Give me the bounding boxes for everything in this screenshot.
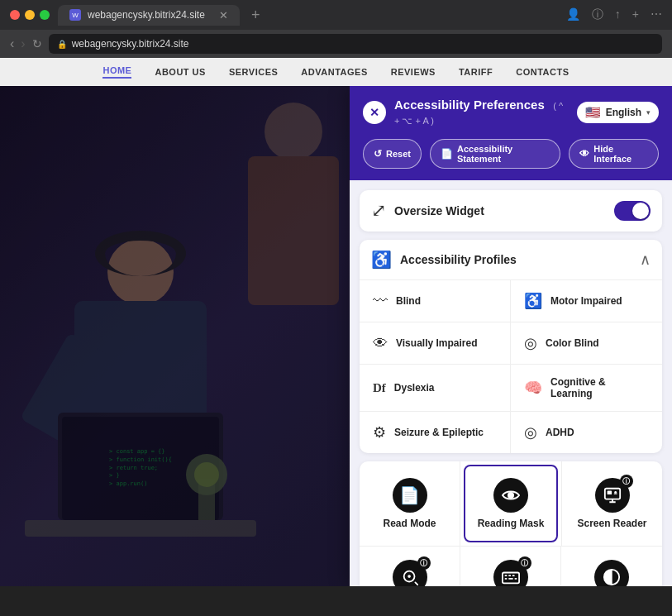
read-mode-icon-wrap: 📄 <box>393 478 427 513</box>
nav-advantages[interactable]: ADVANTAGES <box>301 67 367 77</box>
svg-rect-11 <box>508 578 513 580</box>
profile-motor-impaired[interactable]: ♿ Motor Impaired <box>511 280 662 322</box>
tab-title: webagencysky.bitrix24.site <box>88 9 205 21</box>
browser-chrome: W webagencysky.bitrix24.site ✕ + 👤 ⓘ ↑ +… <box>0 0 672 58</box>
info-icon[interactable]: ⓘ <box>592 7 603 22</box>
language-label: English <box>606 107 641 118</box>
share-icon[interactable]: ↑ <box>615 7 621 22</box>
nav-about[interactable]: ABOUT US <box>155 67 205 77</box>
read-mode-label: Read Mode <box>383 518 436 529</box>
profile-dyslexia[interactable]: Df Dyslexia <box>360 365 511 412</box>
svg-point-3 <box>614 491 617 494</box>
svg-rect-12 <box>514 578 517 580</box>
lock-icon: 🔒 <box>57 40 67 49</box>
reload-button[interactable]: ↻ <box>32 37 42 50</box>
panel-header: ✕ Accessibility Preferences ( ^ + ⌥ + A … <box>350 86 672 139</box>
screen-reader-tool[interactable]: ⓘ Screen Reader <box>561 461 662 546</box>
hide-label: Hide Interface <box>593 144 648 164</box>
motor-impaired-icon: ♿ <box>524 292 542 310</box>
oversize-widget-row: ⤢ Oversize Widget <box>360 190 662 232</box>
site-nav: HOME ABOUT US SERVICES ADVANTAGES REVIEW… <box>0 58 672 86</box>
flag-icon: 🇺🇸 <box>585 105 601 120</box>
tab-favicon: W <box>69 9 81 21</box>
profile-cognitive[interactable]: 🧠 Cognitive & Learning <box>511 365 662 412</box>
nav-home[interactable]: HOME <box>102 65 131 79</box>
address-bar[interactable]: 🔒 webagencysky.bitrix24.site <box>49 34 662 54</box>
reading-mask-icon-wrap <box>493 478 528 513</box>
statement-label: Accessibility Statement <box>457 144 550 164</box>
minimize-traffic-light[interactable] <box>25 10 35 20</box>
svg-rect-1 <box>604 489 619 499</box>
hide-interface-button[interactable]: 👁 Hide Interface <box>569 139 659 169</box>
more-icon[interactable]: ⋯ <box>651 7 662 22</box>
close-traffic-light[interactable] <box>10 10 20 20</box>
read-mode-tool[interactable]: 📄 Read Mode <box>360 461 460 546</box>
reset-button[interactable]: ↺ Reset <box>363 139 422 169</box>
nav-reviews[interactable]: REVIEWS <box>391 67 436 77</box>
profile-adhd[interactable]: ◎ ADHD <box>511 412 662 453</box>
profile-visually-impaired[interactable]: 👁 Visually Impaired <box>360 322 511 365</box>
dictionary-tool[interactable]: ⓘ Dictionary <box>360 547 460 586</box>
blind-icon: 〰 <box>373 293 388 310</box>
accessibility-panel: ✕ Accessibility Preferences ( ^ + ⌥ + A … <box>350 86 672 586</box>
cognitive-icon: 🧠 <box>524 379 542 397</box>
dictionary-info-icon: ⓘ <box>417 556 431 570</box>
virtual-keyboard-tool[interactable]: ⓘ Virtual Keyboard <box>460 547 561 586</box>
nav-contacts[interactable]: CONTACTS <box>516 67 569 77</box>
back-button[interactable]: ‹ <box>10 36 14 51</box>
tab-close-icon[interactable]: ✕ <box>219 9 228 21</box>
oversize-icon: ⤢ <box>371 200 386 222</box>
dictionary-icon-wrap: ⓘ <box>393 560 427 586</box>
invert-colors-icon <box>594 560 629 586</box>
browser-controls: 👤 ⓘ ↑ + ⋯ <box>566 7 662 22</box>
svg-point-5 <box>407 575 411 578</box>
new-tab-button[interactable]: + <box>251 7 260 24</box>
cognitive-label: Cognitive & Learning <box>550 376 649 399</box>
browser-tab[interactable]: W webagencysky.bitrix24.site ✕ <box>58 5 240 26</box>
invert-colors-tool[interactable]: Invert Colors <box>561 547 662 586</box>
action-buttons-row: ↺ Reset 📄 Accessibility Statement 👁 Hide… <box>350 139 672 180</box>
read-mode-icon: 📄 <box>393 478 427 513</box>
profiles-grid: 〰 Blind ♿ Motor Impaired 👁 Visually Impa… <box>360 280 662 453</box>
profiles-header: ♿ Accessibility Profiles ∧ <box>360 240 662 280</box>
reset-icon: ↺ <box>374 148 382 160</box>
site-background: > const app = {} > function init(){ > re… <box>0 86 672 586</box>
seizure-label: Seizure & Epileptic <box>394 427 484 438</box>
nav-services[interactable]: SERVICES <box>229 67 278 77</box>
reading-mask-tool[interactable]: Reading Mask <box>464 465 558 542</box>
screen-reader-info-icon: ⓘ <box>620 475 633 488</box>
panel-title: Accessibility Preferences <box>394 98 545 112</box>
profile-color-blind[interactable]: ◎ Color Blind <box>511 322 662 365</box>
visually-impaired-icon: 👁 <box>373 335 388 352</box>
virtual-keyboard-icon-wrap: ⓘ <box>493 560 528 586</box>
svg-rect-6 <box>502 573 518 584</box>
svg-rect-2 <box>607 491 612 495</box>
oversize-label: Oversize Widget <box>394 204 484 217</box>
accessibility-statement-button[interactable]: 📄 Accessibility Statement <box>430 139 560 169</box>
browser-toolbar: W webagencysky.bitrix24.site ✕ + 👤 ⓘ ↑ +… <box>0 0 672 30</box>
chevron-down-icon: ▾ <box>646 108 651 117</box>
nav-tariff[interactable]: TARIFF <box>459 67 493 77</box>
color-blind-label: Color Blind <box>546 337 599 349</box>
svg-rect-10 <box>504 578 507 580</box>
adhd-icon: ◎ <box>524 423 537 442</box>
blind-label: Blind <box>396 295 421 307</box>
dyslexia-label: Dyslexia <box>394 382 435 394</box>
url-text: webagencysky.bitrix24.site <box>72 38 189 50</box>
traffic-lights <box>10 10 50 20</box>
language-selector[interactable]: 🇺🇸 English ▾ <box>577 102 659 123</box>
oversize-toggle[interactable] <box>614 201 651 221</box>
add-tab-icon[interactable]: + <box>632 7 639 22</box>
reading-mask-icon <box>493 478 528 513</box>
panel-close-button[interactable]: ✕ <box>363 101 386 124</box>
reading-mask-label: Reading Mask <box>478 518 545 529</box>
profile-seizure[interactable]: ⚙ Seizure & Epileptic <box>360 412 511 453</box>
fullscreen-traffic-light[interactable] <box>40 10 50 20</box>
invert-colors-icon-wrap <box>594 560 629 586</box>
forward-button[interactable]: › <box>21 36 25 51</box>
profile-blind[interactable]: 〰 Blind <box>360 280 511 322</box>
screen-reader-icon-wrap: ⓘ <box>595 478 630 513</box>
collapse-icon[interactable]: ∧ <box>640 251 651 269</box>
profile-icon[interactable]: 👤 <box>566 7 580 22</box>
document-icon: 📄 <box>441 148 453 160</box>
